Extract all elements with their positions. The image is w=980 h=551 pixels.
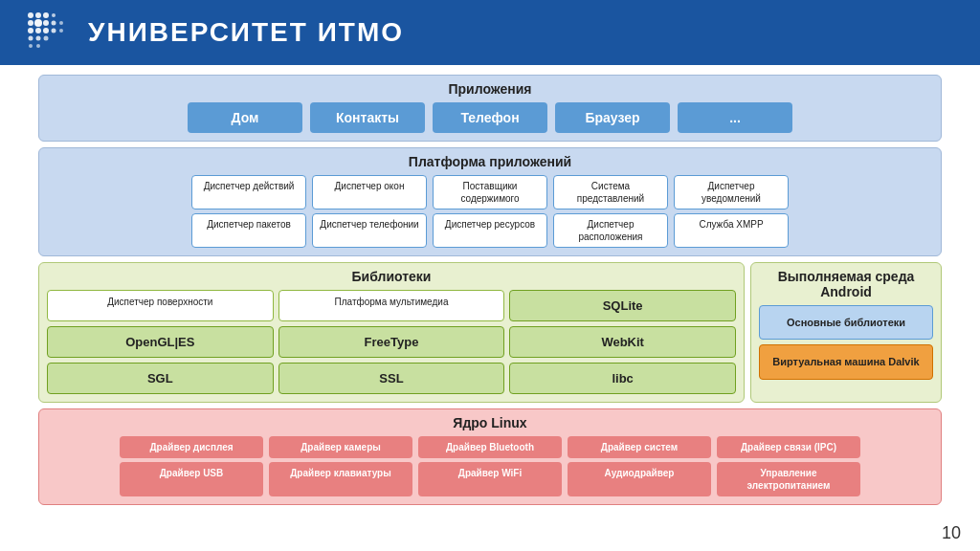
svg-point-0	[28, 12, 33, 18]
kernel-section: Ядро Linux Драйвер дисплея Драйвер камер…	[38, 408, 942, 505]
header-title: УНИВЕРСИТЕТ ИТМО	[88, 17, 404, 48]
libraries-section-title: Библиотеки	[47, 269, 736, 284]
svg-point-11	[43, 28, 49, 33]
app-btn-dom[interactable]: Дом	[188, 102, 302, 133]
platform-btn-location[interactable]: Диспетчер расположения	[553, 213, 668, 248]
svg-point-12	[52, 29, 56, 33]
android-runtime-section: Выполняемая среда Android Основные библи…	[750, 262, 942, 403]
libs-grid: Диспетчер поверхности Платформа мультиме…	[47, 290, 736, 394]
kernel-row-1: Драйвер дисплея Драйвер камеры Драйвер B…	[47, 436, 933, 458]
platform-btn-telephony[interactable]: Диспетчер телефонии	[312, 213, 427, 248]
svg-point-16	[44, 36, 49, 41]
middle-row: Библиотеки Диспетчер поверхности Платфор…	[38, 262, 942, 403]
android-dalvik-vm[interactable]: Виртуальная машина Dalvik	[759, 344, 933, 379]
kernel-btn-bluetooth[interactable]: Драйвер Bluetooth	[418, 436, 562, 458]
svg-point-2	[43, 12, 49, 18]
kernel-section-title: Ядро Linux	[47, 415, 933, 430]
platform-btn-views[interactable]: Система представлений	[553, 175, 668, 209]
itmo-logo-icon	[23, 8, 73, 57]
android-grid: Основные библиотеки Виртуальная машина D…	[759, 305, 933, 380]
lib-btn-media[interactable]: Платформа мультимедиа	[278, 290, 505, 321]
svg-point-5	[34, 19, 42, 27]
lib-btn-webkit[interactable]: WebKit	[509, 326, 736, 358]
platform-row-2: Диспетчер пакетов Диспетчер телефонии Ди…	[47, 213, 933, 248]
lib-btn-sqlite[interactable]: SQLite	[509, 290, 736, 321]
lib-btn-ssl[interactable]: SSL	[278, 363, 505, 394]
platform-btn-notifications[interactable]: Диспетчер уведомлений	[674, 175, 789, 209]
svg-point-15	[36, 36, 41, 41]
svg-point-4	[28, 20, 33, 26]
lib-btn-sgl[interactable]: SGL	[47, 363, 274, 394]
lib-btn-freetype[interactable]: FreeType	[278, 326, 505, 358]
kernel-grid: Драйвер дисплея Драйвер камеры Драйвер B…	[47, 436, 933, 496]
platform-row-1: Диспетчер действий Диспетчер окон Постав…	[47, 175, 933, 209]
kernel-btn-power[interactable]: Управление электропитанием	[717, 462, 860, 496]
kernel-btn-audio[interactable]: Аудиодрайвер	[568, 462, 711, 496]
svg-point-17	[29, 44, 33, 48]
svg-point-7	[52, 21, 56, 26]
apps-section: Приложения Дом Контакты Телефон Браузер …	[38, 75, 942, 142]
kernel-btn-display[interactable]: Драйвер дисплея	[120, 436, 263, 458]
platform-grid: Диспетчер действий Диспетчер окон Постав…	[47, 175, 933, 248]
app-btn-contacts[interactable]: Контакты	[310, 102, 425, 133]
svg-point-10	[35, 28, 41, 33]
platform-btn-windows[interactable]: Диспетчер окон	[312, 175, 427, 209]
svg-point-13	[59, 29, 63, 33]
svg-point-3	[52, 13, 56, 17]
kernel-btn-systems[interactable]: Драйвер систем	[568, 436, 711, 458]
platform-btn-resources[interactable]: Диспетчер ресурсов	[433, 213, 547, 248]
platform-btn-xmpp[interactable]: Служба ХМРР	[674, 213, 789, 248]
kernel-btn-keyboard[interactable]: Драйвер клавиатуры	[269, 462, 412, 496]
platform-btn-packages[interactable]: Диспетчер пакетов	[191, 213, 306, 248]
lib-btn-opengl[interactable]: OpenGL|ES	[47, 326, 274, 358]
lib-btn-surface[interactable]: Диспетчер поверхности	[47, 290, 274, 321]
app-buttons-row: Дом Контакты Телефон Браузер ...	[47, 102, 933, 133]
kernel-row-2: Драйвер USB Драйвер клавиатуры Драйвер W…	[47, 462, 933, 496]
platform-btn-content[interactable]: Поставщики содержимого	[433, 175, 547, 209]
svg-point-1	[35, 12, 41, 18]
svg-point-18	[36, 44, 40, 48]
header: УНИВЕРСИТЕТ ИТМО	[0, 0, 980, 65]
app-btn-more[interactable]: ...	[678, 102, 792, 133]
platform-section: Платформа приложений Диспетчер действий …	[38, 147, 942, 256]
libraries-section: Библиотеки Диспетчер поверхности Платфор…	[38, 262, 745, 403]
android-core-libraries[interactable]: Основные библиотеки	[759, 305, 933, 340]
app-btn-phone[interactable]: Телефон	[433, 102, 547, 133]
kernel-btn-usb[interactable]: Драйвер USB	[120, 462, 263, 496]
kernel-btn-wifi[interactable]: Драйвер WiFi	[418, 462, 562, 496]
android-runtime-title: Выполняемая среда Android	[759, 269, 933, 299]
lib-btn-libc[interactable]: libc	[509, 363, 736, 394]
apps-section-title: Приложения	[47, 81, 933, 97]
kernel-btn-camera[interactable]: Драйвер камеры	[269, 436, 412, 458]
platform-btn-actions[interactable]: Диспетчер действий	[191, 175, 306, 209]
svg-point-9	[28, 28, 33, 33]
kernel-btn-ipc[interactable]: Драйвер связи (IPC)	[717, 436, 860, 458]
svg-point-6	[43, 20, 49, 26]
platform-section-title: Платформа приложений	[47, 154, 933, 169]
main-content: Приложения Дом Контакты Телефон Браузер …	[0, 65, 980, 515]
page-number: 10	[942, 523, 961, 543]
app-btn-browser[interactable]: Браузер	[555, 102, 670, 133]
svg-point-8	[59, 21, 63, 25]
svg-point-14	[29, 36, 33, 41]
